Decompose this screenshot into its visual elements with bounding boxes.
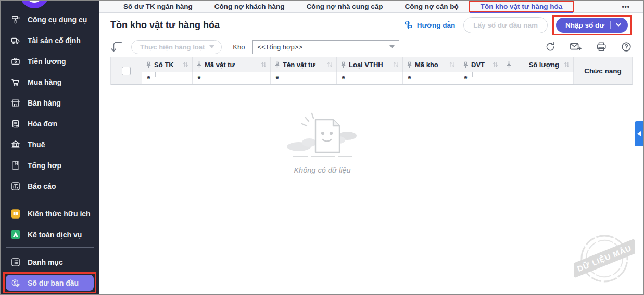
filter-wildcard[interactable]: * (403, 72, 416, 84)
sidebar-item-label: Tài sản cố định (28, 36, 81, 45)
pin-icon[interactable] (196, 61, 202, 68)
filter-input[interactable] (350, 72, 402, 84)
knowledge-icon (10, 209, 21, 219)
main-panel: Số dư TK ngân hàngCông nợ khách hàngCông… (99, 1, 643, 294)
expand-panel-button[interactable] (635, 121, 643, 146)
filter-cell-2: * (271, 72, 337, 84)
pin-icon[interactable] (506, 61, 512, 68)
sort-icon[interactable] (493, 61, 498, 68)
app-window: Công cụ dụng cụTài sản cố địnhTiền lương… (0, 0, 644, 295)
tab-cong-no-khach-hang[interactable]: Công nợ khách hàng (204, 1, 296, 12)
tab-ton-kho-vat-tu-hang-hoa[interactable]: Tồn kho vật tư hàng hóa (470, 1, 574, 12)
tab-so-du-tk-ngan-hang[interactable]: Số dư TK ngân hàng (112, 1, 204, 12)
toolbar: Thực hiện hàng loạt Kho <<Tổng hợp>> (99, 37, 643, 57)
store-icon (10, 98, 21, 108)
filter-cell-0: * (142, 72, 193, 84)
sidebar: Công cụ dụng cụTài sản cố địnhTiền lương… (1, 1, 99, 294)
filter-input[interactable] (473, 72, 502, 84)
filter-input[interactable] (502, 72, 573, 84)
filter-wildcard[interactable]: * (142, 72, 156, 84)
pin-icon[interactable] (146, 61, 151, 68)
sidebar-item-bao-cao[interactable]: Báo cáo (6, 178, 94, 194)
batch-action-label: Thực hiện hàng loạt (140, 43, 205, 51)
sidebar-item-danh-muc[interactable]: Danh mục (6, 254, 94, 270)
print-icon[interactable] (596, 41, 607, 53)
batch-action-dropdown[interactable]: Thực hiện hàng loạt (131, 40, 222, 54)
sidebar-item-so-du-ban-dau[interactable]: Số dư ban đầu (6, 275, 94, 291)
refresh-icon[interactable] (545, 41, 556, 53)
filter-wildcard[interactable]: * (271, 72, 284, 84)
pin-icon[interactable] (274, 61, 280, 68)
column-header-6[interactable]: Số lượng (502, 57, 574, 72)
filter-input[interactable] (206, 72, 270, 84)
warehouse-select-button[interactable] (385, 41, 399, 54)
help-icon[interactable] (621, 41, 632, 53)
sidebar-item-hoa-don[interactable]: Hóa đơn (6, 116, 94, 132)
chart-icon (10, 181, 21, 191)
filter-wildcard[interactable]: * (193, 72, 206, 84)
sort-icon[interactable] (393, 61, 399, 68)
filter-cell-1: * (193, 72, 271, 84)
warehouse-select[interactable]: <<Tổng hợp>> (252, 40, 399, 54)
sort-icon[interactable] (327, 61, 333, 68)
sort-icon[interactable] (449, 61, 455, 68)
balance-icon (10, 278, 21, 288)
import-balance-button[interactable]: Nhập số dư (556, 18, 628, 33)
column-header-label: Mã kho (415, 61, 447, 69)
column-header-4[interactable]: Mã kho (403, 57, 459, 72)
sidebar-item-label: Hóa đơn (28, 120, 57, 128)
list-icon (10, 257, 21, 267)
tabs-overflow-button[interactable]: ••• (622, 1, 630, 12)
bank-icon (10, 139, 21, 150)
table-columns: Số TKMã vật tưTên vật tưLoại VTHHMã khoĐ… (142, 57, 574, 85)
filter-input[interactable] (416, 72, 459, 84)
column-header-5[interactable]: ĐVT (459, 57, 502, 72)
sidebar-item-thue[interactable]: Thuế (6, 136, 94, 152)
table-header: Số TKMã vật tưTên vật tưLoại VTHHMã khoĐ… (110, 57, 643, 85)
select-all-cell (111, 57, 142, 85)
chevron-down-icon[interactable] (615, 22, 622, 28)
column-header-0[interactable]: Số TK (142, 57, 193, 72)
page-title: Tồn kho vật tư hàng hóa (110, 20, 220, 31)
sidebar-divider (6, 199, 94, 199)
get-year-balance-button[interactable]: Lấy số dư đầu năm (463, 17, 548, 33)
tab-label: Công nợ nhà cung cấp (307, 3, 383, 10)
sidebar-item-label: Số dư ban đầu (28, 279, 79, 287)
pin-icon[interactable] (463, 61, 469, 68)
empty-state: Không có dữ liệu (278, 109, 367, 174)
sidebar-item-kien-thuc-huu-ich[interactable]: Kiến thức hữu ích (6, 206, 94, 222)
select-all-checkbox[interactable] (122, 67, 131, 75)
pin-icon[interactable] (340, 61, 346, 68)
sidebar-item-label: Thuế (28, 140, 45, 149)
column-header-1[interactable]: Mã vật tư (193, 57, 271, 72)
sidebar-item-tong-hop[interactable]: Tổng hợp (6, 157, 94, 173)
move-down-arrow-icon[interactable] (110, 40, 122, 54)
sort-icon[interactable] (261, 61, 267, 68)
column-header-label: ĐVT (471, 61, 490, 69)
column-header-label: Mã vật tư (205, 61, 258, 69)
tab-cong-no-can-bo[interactable]: Công nợ cán bộ (394, 1, 469, 12)
sidebar-item-ban-hang[interactable]: Bán hàng (6, 95, 94, 111)
sort-icon[interactable] (564, 61, 570, 68)
sidebar-item-cong-cu-dung-cu[interactable]: Công cụ dụng cụ (6, 11, 94, 28)
sort-icon[interactable] (183, 61, 188, 68)
title-actions: Hướng dẫn Lấy số dư đầu năm Nhập số dư (403, 17, 632, 33)
help-link[interactable]: Hướng dẫn (403, 20, 455, 30)
tab-cong-no-nha-cung-cap[interactable]: Công nợ nhà cung cấp (296, 1, 394, 12)
column-header-2[interactable]: Tên vật tư (271, 57, 337, 72)
pin-icon[interactable] (407, 61, 412, 68)
roller-icon (10, 15, 21, 25)
sidebar-item-label: Mua hàng (28, 78, 61, 86)
sidebar-item-tien-luong[interactable]: Tiền lương (6, 53, 94, 69)
sidebar-item-mua-hang[interactable]: Mua hàng (6, 74, 94, 90)
sidebar-item-label: Danh mục (28, 258, 63, 266)
column-header-3[interactable]: Loại VTHH (337, 57, 403, 72)
filter-wildcard[interactable]: * (459, 72, 473, 84)
sidebar-item-tai-san-co-dinh[interactable]: Tài sản cố định (6, 32, 94, 48)
filter-input[interactable] (156, 72, 192, 84)
sidebar-item-ke-toan-dich-vu[interactable]: Kế toán dịch vụ (6, 226, 94, 242)
send-mail-icon[interactable] (570, 41, 582, 53)
filter-wildcard[interactable]: * (337, 72, 350, 84)
tab-label: Công nợ khách hàng (214, 3, 285, 10)
filter-input[interactable] (284, 72, 336, 84)
